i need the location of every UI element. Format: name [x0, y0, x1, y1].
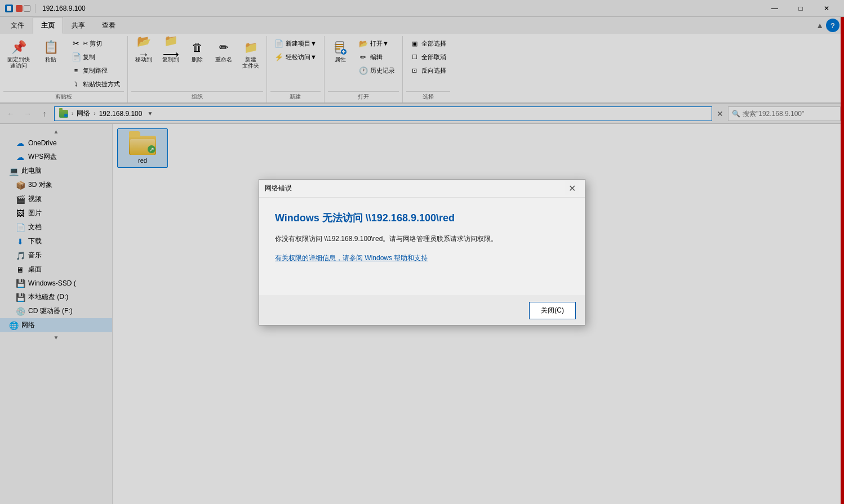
dialog-close-x-button[interactable]: ✕ [565, 181, 579, 195]
dialog-close-button[interactable]: 关闭(C) [529, 302, 576, 319]
dialog-title-bar: 网络错误 ✕ [259, 180, 585, 198]
dialog-main-title: Windows 无法访问 \\192.168.9.100\red [275, 211, 569, 225]
dialog-help-link[interactable]: 有关权限的详细信息，请参阅 Windows 帮助和支持 [275, 254, 428, 262]
dialog-footer: 关闭(C) [259, 296, 585, 325]
dialog-body: Windows 无法访问 \\192.168.9.100\red 你没有权限访问… [259, 198, 585, 296]
dialog-message: 你没有权限访问 \\192.168.9.100\red。请与网络管理员联系请求访… [275, 234, 569, 244]
dialog-title-text: 网络错误 [265, 184, 565, 193]
dialog-overlay: 网络错误 ✕ Windows 无法访问 \\192.168.9.100\red … [0, 0, 844, 504]
error-dialog: 网络错误 ✕ Windows 无法访问 \\192.168.9.100\red … [259, 179, 585, 325]
